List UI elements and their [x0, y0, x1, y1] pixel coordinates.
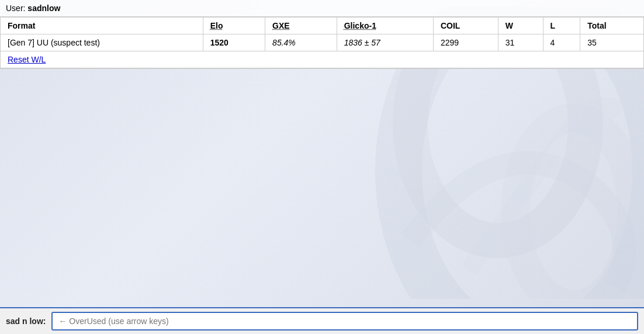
col-header-total: Total: [580, 18, 644, 34]
username: sadnlow: [27, 4, 60, 13]
reset-row: Reset W/L: [1, 51, 644, 68]
cell-l: 4: [543, 34, 580, 51]
col-header-gxe: GXE: [265, 18, 337, 34]
col-header-coil: COIL: [433, 18, 498, 34]
cell-total: 35: [580, 34, 644, 51]
user-row: User: sadnlow: [0, 0, 644, 17]
col-header-glicko: Glicko-1: [337, 18, 433, 34]
col-header-w: W: [498, 18, 543, 34]
col-header-l: L: [543, 18, 580, 34]
cell-elo: 1520: [203, 34, 265, 51]
stats-table: Format Elo GXE Glicko-1 COIL W L Total […: [0, 17, 644, 68]
reset-wl-link[interactable]: Reset W/L: [8, 55, 46, 64]
cell-w: 31: [498, 34, 543, 51]
stats-panel: User: sadnlow Format Elo GXE Glicko-1 CO…: [0, 0, 644, 69]
table-header-row: Format Elo GXE Glicko-1 COIL W L Total: [1, 18, 644, 34]
cell-glicko: 1836 ± 57: [337, 34, 433, 51]
col-header-elo: Elo: [203, 18, 265, 34]
cell-format: [Gen 7] UU (suspect test): [1, 34, 203, 51]
user-label: User:: [6, 4, 27, 13]
col-header-format: Format: [1, 18, 203, 34]
cell-coil: 2299: [433, 34, 498, 51]
table-row: [Gen 7] UU (suspect test) 1520 85.4% 183…: [1, 34, 644, 51]
main-content: User: sadnlow Format Elo GXE Glicko-1 CO…: [0, 0, 644, 334]
reset-cell: Reset W/L: [1, 51, 644, 68]
cell-gxe: 85.4%: [265, 34, 337, 51]
